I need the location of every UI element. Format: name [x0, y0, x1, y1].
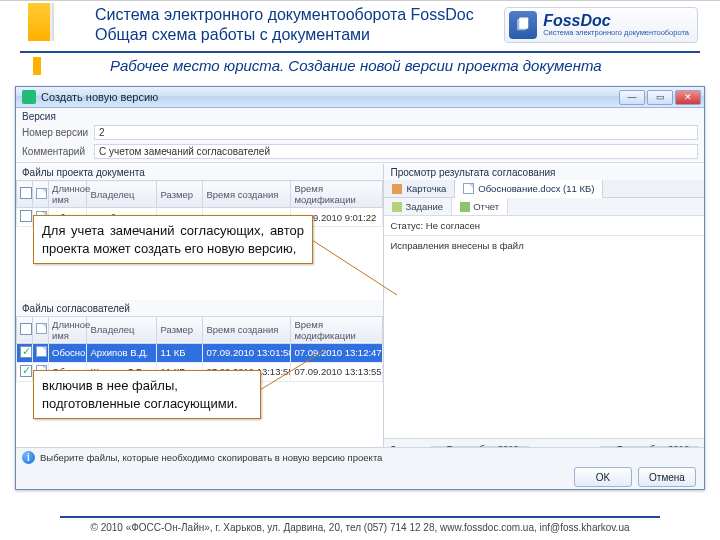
card-icon	[392, 184, 402, 194]
col-created[interactable]: Время создания	[203, 181, 291, 208]
header-divider	[20, 51, 700, 53]
report-body: Исправления внесены в файл	[384, 236, 704, 438]
input-version-no[interactable]: 2	[94, 125, 698, 140]
doc-icon	[36, 346, 47, 357]
col-size[interactable]: Размер	[157, 316, 203, 343]
cancel-button[interactable]: Отмена	[638, 467, 696, 487]
separator	[16, 162, 704, 163]
hint-text: Выберите файлы, которые необходимо скопи…	[40, 452, 382, 463]
tab-card[interactable]: Карточка	[384, 180, 455, 197]
window-maximize-button[interactable]: ▭	[647, 90, 673, 105]
tab-file[interactable]: Обоснование.docx (11 КБ)	[455, 180, 603, 198]
slide-subhead: Рабочее место юриста. Создание новой вер…	[110, 57, 602, 74]
right-title: Просмотр результата согласования	[384, 164, 704, 180]
brand-badge: FossDoc Система электронного документооб…	[504, 7, 698, 43]
table-row[interactable]: Обоснование.docx Архипов В.Д. 11 КБ 07.0…	[17, 343, 383, 362]
ok-button[interactable]: OK	[574, 467, 632, 487]
col-owner[interactable]: Владелец	[87, 181, 157, 208]
col-created[interactable]: Время создания	[203, 316, 291, 343]
slide-title-line2: Общая схема работы с документами	[95, 25, 474, 45]
col-name[interactable]: Длинное имя	[49, 316, 87, 343]
table-header-row: Длинное имя Владелец Размер Время создан…	[17, 181, 383, 208]
info-icon: i	[22, 451, 35, 464]
tool-report[interactable]: Отчет	[452, 198, 508, 215]
accent-block	[28, 3, 50, 41]
callout-1: Для учета замечаний согласующих, автор п…	[33, 215, 313, 264]
row-checkbox[interactable]	[20, 210, 32, 222]
status-label: Статус:	[390, 220, 423, 231]
callout-2: включив в нее файлы, подготовленные согл…	[33, 370, 261, 419]
col-modified[interactable]: Время модификации	[291, 181, 383, 208]
checkbox-icon[interactable]	[20, 187, 32, 199]
slide-title-line1: Система электронного документооборота Fo…	[95, 5, 474, 25]
brand-sub: Система электронного документооборота	[543, 29, 689, 37]
doc-icon	[463, 183, 474, 194]
checkbox-icon[interactable]	[20, 323, 32, 335]
col-size[interactable]: Размер	[157, 181, 203, 208]
right-pane: Просмотр результата согласования Карточк…	[384, 164, 704, 469]
table-header-row: Длинное имя Владелец Размер Время создан…	[17, 316, 383, 343]
doc-icon	[36, 188, 47, 199]
left-pane: Файлы проекта документа Длинное имя Влад…	[16, 164, 384, 469]
brand-icon	[509, 11, 537, 39]
hint-bar: i Выберите файлы, которые необходимо ско…	[16, 448, 704, 467]
status-value: Не согласен	[426, 220, 480, 231]
brand-name: FossDoc	[543, 13, 689, 30]
right-toolbar: Задание Отчет	[384, 198, 704, 216]
right-tabs: Карточка Обоснование.docx (11 КБ)	[384, 180, 704, 198]
slide-footer: © 2010 «ФОСС-Он-Лайн», г. Харьков, ул. Д…	[0, 516, 720, 533]
status-line: Статус: Не согласен	[384, 216, 704, 236]
report-icon	[460, 202, 470, 212]
window-minimize-button[interactable]: —	[619, 90, 645, 105]
slide-title: Система электронного документооборота Fo…	[95, 5, 474, 45]
group-project-title: Файлы проекта документа	[16, 164, 383, 180]
window-close-button[interactable]: ✕	[675, 90, 701, 105]
window-icon	[22, 90, 36, 104]
label-comment: Комментарий	[22, 146, 94, 157]
window-footer: i Выберите файлы, которые необходимо ско…	[16, 447, 704, 489]
row-version-no: Номер версии 2	[16, 123, 704, 142]
label-version-no: Номер версии	[22, 127, 94, 138]
window-titlebar[interactable]: Создать новую версию — ▭ ✕	[16, 87, 704, 108]
svg-rect-1	[519, 18, 528, 29]
row-checkbox[interactable]	[20, 346, 32, 358]
task-icon	[392, 202, 402, 212]
svg-line-2	[312, 240, 397, 295]
doc-icon	[36, 323, 47, 334]
col-owner[interactable]: Владелец	[87, 316, 157, 343]
row-comment: Комментарий С учетом замечаний согласова…	[16, 142, 704, 161]
tool-task[interactable]: Задание	[384, 198, 452, 215]
col-modified[interactable]: Время модификации	[291, 316, 383, 343]
window-title: Создать новую версию	[41, 91, 158, 103]
row-checkbox[interactable]	[20, 365, 32, 377]
section-version: Версия	[16, 108, 704, 123]
subhead-accent	[33, 57, 41, 75]
col-name[interactable]: Длинное имя	[49, 181, 87, 208]
input-comment[interactable]: С учетом замечаний согласователей	[94, 144, 698, 159]
